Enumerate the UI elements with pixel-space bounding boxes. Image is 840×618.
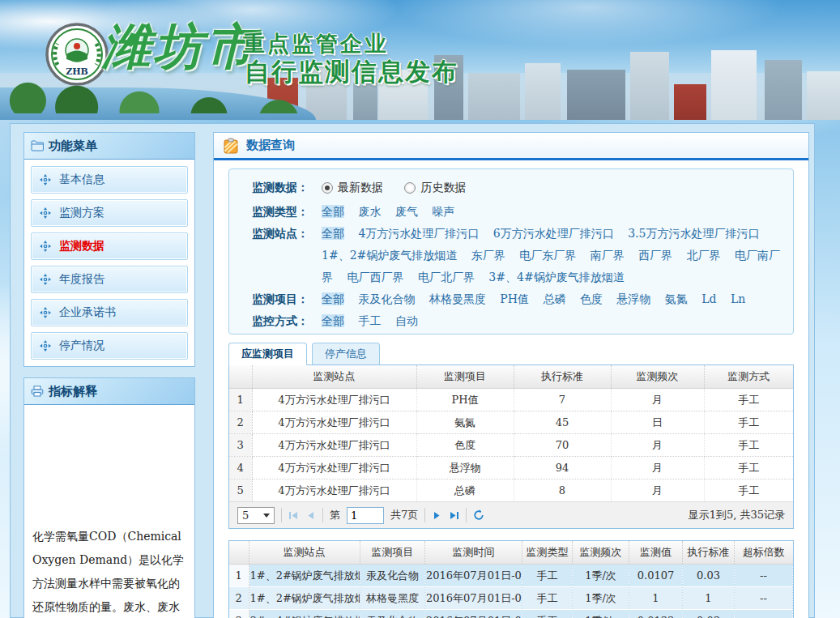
indicator-explain-panel: 指标解释 化学需氧量COD（Chemical Oxygen Demand）是以化… [23,377,195,618]
column-header [229,365,252,389]
filter-option[interactable]: 3.5万方污水处理厂排污口 [628,227,759,240]
tab-shutdown-info[interactable]: 停产信息 [312,343,380,364]
filter-option[interactable]: 噪声 [432,205,454,218]
radio-checked-icon [322,182,333,194]
pager-divider [466,508,467,522]
filter-option[interactable]: 南厂界 [591,249,625,262]
first-page-icon [288,510,299,521]
filter-row-monitor-type: 监测类型： 全部 废水 废气 噪声 [252,201,785,223]
column-header: 监测类型 [522,541,573,565]
radio-history-data[interactable]: 历史数据 [404,177,466,198]
page-number-input[interactable] [347,507,384,524]
filter-option[interactable]: 北厂界 [687,249,721,262]
tab-bar: 应监测项目 停产信息 [228,343,794,364]
filter-option[interactable]: 1#、2#锅炉废气排放烟道 [322,249,457,262]
page-label: 第 [330,508,340,522]
sidebar-item-basic-info[interactable]: 基本信息 [31,166,188,194]
next-page-icon [432,510,442,521]
filter-option[interactable]: 悬浮物 [616,292,650,305]
table-row[interactable]: 33#、4#锅炉废气排放烟道汞及化合物2016年07月01日-09手工1季/次0… [229,610,793,618]
refresh-button[interactable] [473,509,484,521]
filter-row-monitor-method: 监控方式： 全部 手工 自动 [252,310,785,332]
filter-option[interactable]: Ld [701,292,716,305]
filter-option[interactable]: 3#、4#锅炉废气排放烟道 [488,271,624,283]
latest-data-table: 监测站点 监测项目 监测时间 监测类型 监测频次 监测值 执行标准 超标倍数 1… [229,541,793,618]
move-arrows-icon [40,207,51,219]
function-menu-header: 功能菜单 [24,133,194,160]
radio-latest-data[interactable]: 最新数据 [322,177,383,198]
function-menu-panel: 功能菜单 基本信息 监测方案 监测数据 年度报告 [23,132,195,367]
table-row[interactable]: 11#、2#锅炉废气排放烟道汞及化合物2016年07月01日-09手工1季/次0… [229,565,793,587]
function-menu-list: 基本信息 监测方案 监测数据 年度报告 企业承诺书 [24,160,194,366]
table-header-row: 监测站点 监测项目 监测时间 监测类型 监测频次 监测值 执行标准 超标倍数 [229,541,793,565]
column-header: 执行标准 [514,365,611,389]
move-arrows-icon [40,274,51,285]
filter-option[interactable]: 氨氮 [665,292,688,305]
prev-page-icon [305,510,316,521]
sidebar: 功能菜单 基本信息 监测方案 监测数据 年度报告 [23,132,195,618]
filter-label: 监测数据： [252,177,322,198]
table-row[interactable]: 14万方污水处理厂排污口PH值7月手工 [229,389,793,411]
filter-option[interactable]: 电厂东厂界 [519,249,576,262]
next-page-button[interactable] [432,510,442,521]
filter-option[interactable]: 全部 [322,205,344,218]
filter-option[interactable]: PH值 [500,292,529,305]
filter-option[interactable]: 总磷 [543,292,565,305]
table-row[interactable]: 54万方污水处理厂排污口总磷8月手工 [229,479,793,502]
data-query-header: 数据查询 [214,133,808,160]
pager: 5 第 共7页 [229,501,793,528]
sidebar-item-monitoring-plan[interactable]: 监测方案 [31,199,188,227]
filter-label: 监控方式： [252,310,322,332]
page-size-select[interactable]: 5 [237,507,275,524]
filter-option[interactable]: 全部 [322,314,344,327]
filter-option[interactable]: 自动 [395,314,418,327]
filter-option[interactable]: 东厂界 [471,249,505,262]
filter-option[interactable]: Ln [731,292,745,305]
filter-option[interactable]: 林格曼黑度 [429,292,486,305]
prev-page-button[interactable] [305,510,316,521]
sidebar-item-label: 停产情况 [59,339,104,353]
filter-row-monitor-station: 监测站点： 全部 4万方污水处理厂排污口 6万方污水处理厂排污口 3.5万方污水… [252,223,785,288]
filter-option[interactable]: 4万方污水处理厂排污口 [358,227,479,240]
sidebar-item-label: 企业承诺书 [59,305,116,320]
tab-monitoring-items[interactable]: 应监测项目 [228,343,307,365]
filter-option[interactable]: 汞及化合物 [358,292,415,305]
main-panel: 数据查询 监测数据： 最新数据 历史数据 监测类型： [213,132,809,618]
table-row[interactable]: 44万方污水处理厂排污口悬浮物94月手工 [229,457,793,479]
filter-option[interactable]: 西厂界 [638,249,672,262]
table-row[interactable]: 21#、2#锅炉废气排放烟道林格曼黑度2016年07月01日-09手工1季/次1… [229,587,793,610]
function-menu-title: 功能菜单 [49,139,97,154]
pager-divider [322,508,323,522]
sidebar-item-annual-report[interactable]: 年度报告 [31,266,188,293]
filter-option[interactable]: 全部 [322,227,344,240]
banner-subtitle-1: 重点监管企业 [243,29,389,58]
filter-option[interactable]: 电厂北厂界 [418,271,475,283]
filter-option[interactable]: 全部 [322,292,344,305]
last-page-button[interactable] [449,510,459,521]
column-header [229,541,249,565]
sidebar-item-commitment-letter[interactable]: 企业承诺书 [31,299,188,326]
sidebar-item-shutdown-status[interactable]: 停产情况 [31,332,188,360]
filter-label: 监测站点： [252,223,322,245]
indicator-explain-header: 指标解释 [24,378,194,405]
first-page-button[interactable] [288,510,299,521]
sidebar-item-monitoring-data[interactable]: 监测数据 [31,232,188,260]
table-row[interactable]: 34万方污水处理厂排污口色度70月手工 [229,434,793,457]
column-header: 监测项目 [360,541,425,565]
filter-option[interactable]: 色度 [580,292,603,305]
column-header: 监测值 [629,541,683,565]
filter-box: 监测数据： 最新数据 历史数据 监测类型： 全部 废水 [228,168,794,335]
column-header: 监测频次 [611,365,704,389]
page-size-value: 5 [242,509,249,522]
filter-option[interactable]: 电厂西厂界 [347,271,403,283]
caret-down-icon [263,514,270,518]
monitoring-items-table-panel: 监测站点 监测项目 执行标准 监测频次 监测方式 14万方污水处理厂排污口PH值… [228,364,794,529]
filter-option[interactable]: 6万方污水处理厂排污口 [493,227,614,240]
sidebar-item-label: 监测方案 [59,206,104,220]
filter-option[interactable]: 废水 [358,205,381,218]
filter-row-monitor-data: 监测数据： 最新数据 历史数据 [252,177,785,201]
filter-option[interactable]: 废气 [395,205,418,218]
filter-option[interactable]: 手工 [358,314,381,327]
table-row[interactable]: 24万方污水处理厂排污口氨氮45日手工 [229,411,793,434]
radio-label: 最新数据 [338,177,383,198]
